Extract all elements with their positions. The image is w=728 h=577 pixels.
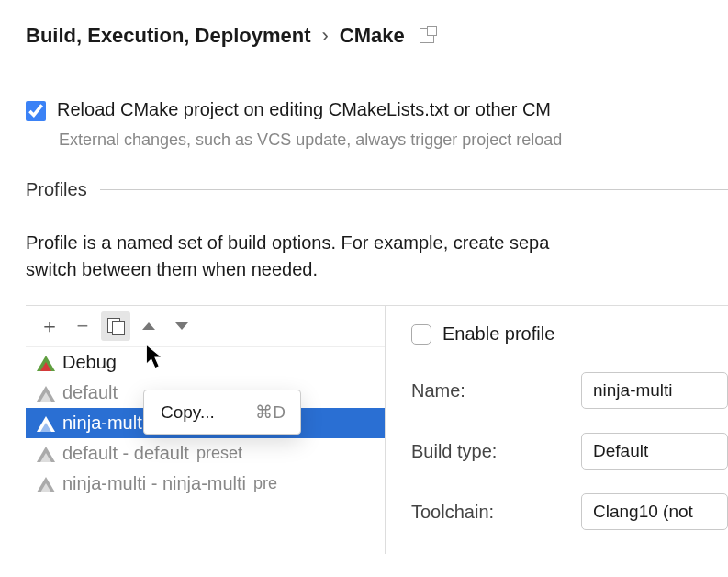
profile-item-default-default[interactable]: default - default preset [26, 438, 385, 469]
profiles-section-title: Profiles [26, 179, 728, 200]
reload-checkbox[interactable] [26, 101, 46, 121]
copy-icon [107, 318, 124, 334]
menu-item-copy[interactable]: Copy... ⌘D [144, 398, 300, 426]
reload-checkbox-row: Reload CMake project on editing CMakeLis… [26, 99, 728, 121]
cmake-icon [37, 355, 55, 371]
profiles-description-l2: switch between them when needed. [26, 256, 728, 283]
build-type-label: Build type: [411, 441, 581, 462]
name-row: Name: [411, 372, 728, 409]
add-button[interactable]: ＋ [35, 311, 64, 341]
open-in-new-window-icon[interactable] [420, 28, 434, 43]
profiles-title-text: Profiles [26, 179, 87, 200]
profile-item-debug[interactable]: Debug [26, 347, 385, 378]
profile-name: ninja-multi - ninja-multi [62, 473, 246, 494]
profile-name: default - default [62, 443, 189, 464]
preset-badge: preset [196, 444, 242, 463]
profile-name: default [62, 382, 118, 403]
menu-item-label: Copy... [161, 402, 215, 423]
move-down-button[interactable] [167, 311, 196, 341]
profiles-description: Profile is a named set of build options.… [26, 230, 728, 283]
toolchain-row: Toolchain: [411, 493, 728, 530]
breadcrumb: Build, Execution, Deployment › CMake [26, 24, 728, 48]
name-input[interactable] [581, 372, 728, 409]
copy-button[interactable] [101, 311, 130, 341]
enable-profile-row: Enable profile [411, 322, 728, 345]
cmake-icon [37, 415, 55, 432]
cmake-icon [37, 385, 55, 402]
breadcrumb-parent[interactable]: Build, Execution, Deployment [26, 24, 310, 48]
reload-checkbox-label[interactable]: Reload CMake project on editing CMakeLis… [57, 99, 551, 120]
enable-profile-checkbox[interactable] [411, 324, 431, 345]
enable-profile-label[interactable]: Enable profile [442, 323, 554, 345]
toolchain-input[interactable] [581, 493, 728, 530]
preset-badge: pre [253, 474, 277, 493]
section-divider [100, 189, 728, 190]
move-up-button[interactable] [134, 311, 163, 341]
cmake-icon [37, 476, 55, 492]
breadcrumb-child[interactable]: CMake [340, 24, 405, 48]
context-menu: Copy... ⌘D [143, 390, 301, 435]
build-type-input[interactable] [581, 433, 728, 470]
cmake-icon [37, 446, 55, 462]
profile-name: Debug [62, 352, 117, 373]
profile-item-ninja-multi-2[interactable]: ninja-multi - ninja-multi pre [26, 469, 385, 499]
name-label: Name: [411, 380, 581, 402]
toolchain-label: Toolchain: [411, 502, 581, 523]
chevron-right-icon: › [321, 24, 328, 48]
profile-name: ninja-multi [62, 413, 146, 434]
triangle-down-icon [175, 322, 188, 330]
profiles-toolbar: ＋ − [26, 306, 385, 347]
profiles-description-l1: Profile is a named set of build options.… [26, 230, 728, 256]
menu-item-shortcut: ⌘D [255, 402, 286, 423]
remove-button[interactable]: − [68, 311, 97, 341]
profile-details-pane: Enable profile Name: Build type: Toolcha… [386, 306, 728, 554]
reload-hint: External changes, such as VCS update, al… [59, 130, 728, 150]
profiles-area: ＋ − Debug default [26, 305, 728, 554]
build-type-row: Build type: [411, 433, 728, 470]
triangle-up-icon [142, 322, 155, 330]
